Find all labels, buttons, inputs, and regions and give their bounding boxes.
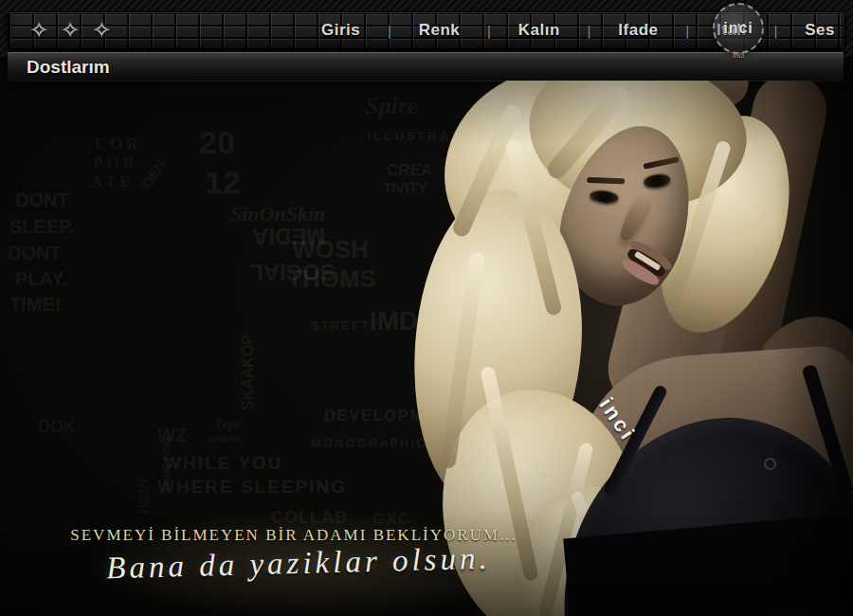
diamond-icon: ✧ [61, 19, 80, 42]
profile-theme-image: SpireCORPORATEIDEN2012DONTSLEEP.DONTPLAY… [0, 81, 853, 616]
menu-separator: | [685, 23, 689, 39]
nav-item-renk[interactable]: Renk [419, 21, 461, 40]
diamond-icon: ✧ [92, 19, 111, 42]
eyebrow-left [587, 177, 625, 184]
nav-item-ses[interactable]: Ses [805, 21, 835, 40]
inci-logo-subtext: inci [708, 51, 769, 60]
menu-separator: | [588, 23, 591, 39]
menu-separator: | [388, 23, 391, 39]
nav-item-giris[interactable]: Giris [321, 21, 360, 40]
inci-logo-text: inci [723, 20, 753, 37]
nose [617, 190, 653, 244]
eye-left [590, 190, 619, 204]
eye-right [643, 173, 671, 190]
page: ✧ ✧ ✧ Giris|Renk|Kalın|Ifade|Itali|Ses i… [0, 0, 853, 616]
inci-logo-circle: inci [713, 3, 764, 54]
menu-separator: | [487, 23, 491, 39]
eyebrow-right [643, 156, 679, 170]
nav-decor-diamonds: ✧ ✧ ✧ [29, 12, 111, 48]
menu-separator: | [774, 23, 778, 39]
nav-item-kalın[interactable]: Kalın [518, 21, 560, 40]
nav-item-ifade[interactable]: Ifade [618, 21, 658, 40]
diamond-icon: ✧ [29, 19, 48, 42]
right-edge-shadow [775, 81, 853, 616]
inci-logo-badge: inci inci [708, 3, 769, 58]
